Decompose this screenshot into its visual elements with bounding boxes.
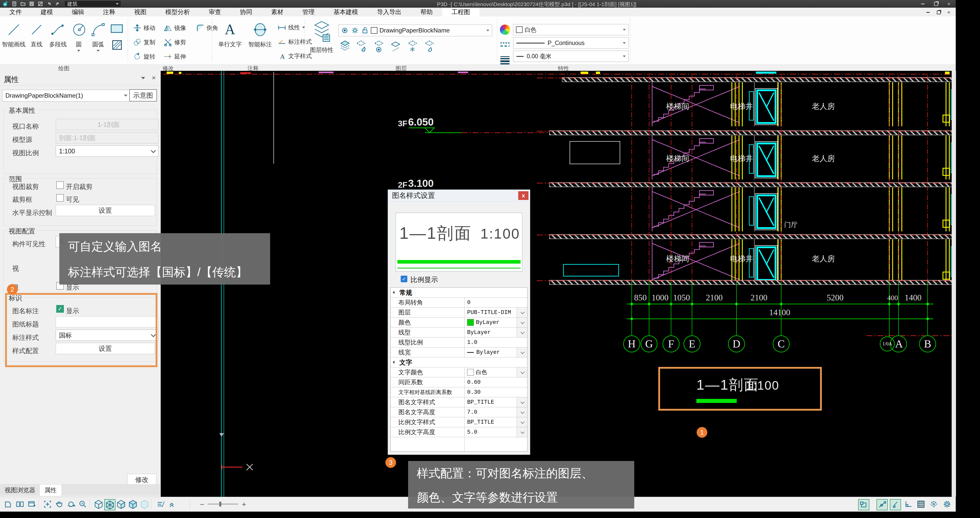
lineweight-row-combo[interactable] <box>517 347 527 357</box>
grid-row-lineweight[interactable]: 线宽 Bylayer <box>391 347 527 357</box>
new-view-icon[interactable] <box>3 499 13 509</box>
tool-layer-properties[interactable]: 图层特性 <box>308 20 336 54</box>
menu-item-collab[interactable]: 协同 <box>231 8 262 16</box>
child-close-button[interactable]: × <box>945 9 953 15</box>
zoom-slider-handle[interactable] <box>219 502 221 507</box>
tool-hatch-icon[interactable] <box>111 39 123 52</box>
scale-display-checkbox[interactable]: ✓ <box>401 276 407 282</box>
view-xray-icon[interactable] <box>140 499 150 509</box>
linetype-combo[interactable]: P_Continuous <box>513 37 628 49</box>
tool-rotate[interactable]: 旋转 <box>133 52 155 61</box>
settings-gear-icon[interactable] <box>942 499 952 509</box>
object-snap-icon[interactable] <box>858 499 869 510</box>
arc-dropdown-caret[interactable] <box>97 50 100 52</box>
color-row-combo[interactable] <box>517 317 527 327</box>
grid-row-name-style[interactable]: 图名文字样式BP_TITLE <box>391 397 527 407</box>
tool-copy[interactable]: 复制 <box>133 38 155 46</box>
tool-extend[interactable]: 延伸 <box>164 52 186 61</box>
viewports-icon[interactable] <box>15 499 25 509</box>
view-shaded-icon[interactable] <box>116 499 126 509</box>
grid-row-rotation[interactable]: 布局转角0 <box>391 298 527 308</box>
enable-clip-checkbox[interactable] <box>56 181 64 189</box>
grid-row-baseline[interactable]: 文字相对基线距离系数0.30 <box>391 387 527 397</box>
tab-properties[interactable]: 属性 <box>40 485 61 496</box>
tool-dim-style[interactable]: 标注样式 <box>277 38 312 46</box>
pan-icon[interactable] <box>54 499 64 509</box>
tab-view-browser[interactable]: 视图浏览器 <box>0 485 40 496</box>
block-name-combo[interactable]: DrawingPaperBlockName(1) <box>2 90 131 102</box>
grid-row-scale-height[interactable]: 比例文字高度5.0 <box>391 427 527 437</box>
tool-polyline[interactable]: 多段线 <box>47 21 69 48</box>
view-scale-select[interactable]: 1:100 <box>56 145 158 157</box>
scale-style-combo[interactable] <box>517 417 527 427</box>
menu-item-model[interactable]: 建模 <box>31 8 62 16</box>
menu-item-basic-modeling[interactable]: 基本建模 <box>324 8 368 16</box>
save-icon[interactable] <box>29 1 35 6</box>
layer-combo[interactable]: DrawingPaperBlockName <box>338 24 492 36</box>
menu-item-import-export[interactable]: 导入导出 <box>368 8 411 16</box>
tool-rectangle-icon[interactable] <box>110 24 123 34</box>
view-wireframe-icon[interactable] <box>94 499 104 509</box>
name-style-combo[interactable] <box>517 397 527 407</box>
tool-trim[interactable]: 修剪 <box>164 38 186 46</box>
menu-item-edit[interactable]: 编辑 <box>62 8 94 16</box>
menu-item-view[interactable]: 视图 <box>125 8 156 16</box>
workspace-dropdown[interactable]: 建筑 <box>64 0 121 7</box>
name-height-combo[interactable] <box>517 407 527 417</box>
grid-display-icon[interactable] <box>916 499 926 509</box>
undo-icon[interactable] <box>46 1 52 6</box>
menu-item-help[interactable]: 帮助 <box>411 8 442 16</box>
new-file-icon[interactable] <box>11 1 18 6</box>
grid-row-name-height[interactable]: 图名文字高度7.0 <box>391 407 527 417</box>
dynamic-input-icon[interactable] <box>929 499 939 509</box>
grid-section-text[interactable]: 文字 <box>391 357 527 367</box>
layer-thaw-icon[interactable] <box>424 40 434 53</box>
menu-item-drawing-active[interactable]: 工程图 <box>442 8 479 16</box>
panel-close-icon[interactable]: × <box>152 74 156 82</box>
schematic-button[interactable]: 示意图 <box>129 89 157 102</box>
panel-collapse-icon[interactable] <box>141 77 145 79</box>
close-button[interactable]: × <box>943 1 954 6</box>
tool-arc[interactable]: 圆弧 <box>88 21 108 52</box>
grid-row-ltscale[interactable]: 线型比例1.0 <box>391 338 527 347</box>
orbit-icon[interactable] <box>66 499 76 509</box>
text-color-combo[interactable] <box>517 367 527 377</box>
menu-item-material[interactable]: 素材 <box>262 8 293 16</box>
color-combo[interactable]: 白色 <box>513 24 628 35</box>
scale-height-combo[interactable] <box>517 427 527 437</box>
tool-move[interactable]: 移动 <box>133 24 155 32</box>
menu-item-manage[interactable]: 管理 <box>293 8 324 16</box>
zoom-icon[interactable] <box>78 499 88 509</box>
zoom-in-button[interactable]: + <box>242 500 247 509</box>
ortho-icon[interactable] <box>903 499 913 509</box>
zoom-out-button[interactable]: − <box>200 500 204 509</box>
new-window-icon[interactable] <box>27 499 37 509</box>
child-restore-button[interactable] <box>934 9 943 15</box>
grid-row-layer[interactable]: 图层PUB-TITLE-DIM <box>391 308 527 317</box>
menu-item-annotate[interactable]: 注释 <box>94 8 125 16</box>
view-hidden-icon[interactable] <box>104 499 116 510</box>
horiz-display-set-button[interactable]: 设置 <box>56 205 155 216</box>
restore-button[interactable] <box>931 1 942 6</box>
save-as-icon[interactable] <box>37 1 43 6</box>
menu-item-analysis[interactable]: 模型分析 <box>156 8 199 16</box>
tool-single-text[interactable]: A 单行文字 <box>216 21 244 48</box>
layer-on-icon[interactable] <box>374 40 384 53</box>
layer-iso-icon[interactable] <box>340 40 350 53</box>
grid-row-spacing[interactable]: 间距系数0.60 <box>391 378 527 387</box>
grid-row-linetype[interactable]: 线型ByLayer <box>391 328 527 338</box>
zoom-slider-track[interactable] <box>207 504 238 504</box>
open-file-icon[interactable] <box>20 1 26 6</box>
zoom-fit-icon[interactable] <box>43 499 52 509</box>
collapse-up-icon[interactable] <box>167 499 177 509</box>
view-realistic-icon[interactable] <box>128 499 138 509</box>
tool-smart-line[interactable]: 智能画线 <box>2 21 26 48</box>
drawing-canvas[interactable]: 3F 6.050 2F 3.100 楼梯间 电梯井 老人房 楼梯间 电梯井 老人… <box>161 71 951 497</box>
tool-mirror[interactable]: 镜像 <box>164 24 186 32</box>
grid-row-text-color[interactable]: 文字颜色 白色 <box>391 367 527 378</box>
tool-smart-dim[interactable]: 智能标注 <box>246 21 274 48</box>
redo-icon[interactable] <box>55 1 61 6</box>
grid-row-color[interactable]: 颜色 ByLayer <box>391 317 527 328</box>
grid-section-general[interactable]: 常规 <box>391 288 527 298</box>
menu-item-file[interactable]: 文件 <box>0 8 31 16</box>
